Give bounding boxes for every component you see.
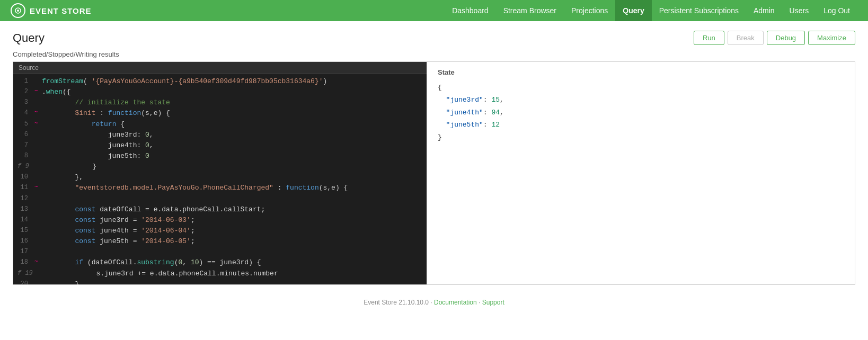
toolbar: Run Break Debug Maximize xyxy=(694,31,855,45)
code-line: 2 ~ .when({ xyxy=(13,87,427,97)
break-button[interactable]: Break xyxy=(728,31,764,45)
code-line: 6 june3rd: 0, xyxy=(13,130,427,140)
main-nav: Dashboard Stream Browser Projections Que… xyxy=(445,0,857,21)
logo-text: EVENT STORE xyxy=(30,6,92,15)
code-line: 16 const june5th = '2014-06-05'; xyxy=(13,236,427,247)
nav-projections[interactable]: Projections xyxy=(564,0,615,21)
header: EVENT STORE Dashboard Stream Browser Pro… xyxy=(0,0,868,21)
code-line: f 9 } xyxy=(13,162,427,172)
code-line: 13 const dateOfCall = e.data.phoneCall.c… xyxy=(13,204,427,215)
code-line: 12 xyxy=(13,194,427,204)
nav-admin[interactable]: Admin xyxy=(746,0,782,21)
code-line: 10 }, xyxy=(13,172,427,183)
logo-icon xyxy=(11,3,25,18)
footer-separator: · xyxy=(479,299,482,306)
page-title: Query xyxy=(13,31,45,45)
footer-doc-link[interactable]: Documentation xyxy=(434,299,477,306)
source-label: Source xyxy=(13,62,427,74)
nav-dashboard[interactable]: Dashboard xyxy=(445,0,496,21)
nav-users[interactable]: Users xyxy=(782,0,817,21)
maximize-button[interactable]: Maximize xyxy=(808,31,855,45)
code-line: 1 fromStream( '{PayAsYouGoAccount}-{a9b5… xyxy=(13,76,427,87)
debug-button[interactable]: Debug xyxy=(767,31,805,45)
code-line: f 19 s.june3rd += e.data.phoneCall.minut… xyxy=(13,269,427,279)
logo: EVENT STORE xyxy=(11,3,92,18)
run-button[interactable]: Run xyxy=(694,31,724,45)
state-json: { "june3rd": 15, "june4th": 94, "june5th… xyxy=(438,82,844,144)
code-line: 4 ~ $init : function(s,e) { xyxy=(13,108,427,119)
code-panel[interactable]: Source 1 fromStream( '{PayAsYouGoAccount… xyxy=(13,62,427,284)
editor-area: Source 1 fromStream( '{PayAsYouGoAccount… xyxy=(13,61,855,285)
nav-stream-browser[interactable]: Stream Browser xyxy=(496,0,564,21)
nav-query[interactable]: Query xyxy=(615,0,651,21)
footer-version: Event Store 21.10.10.0 · xyxy=(364,299,434,306)
code-line: 3 // initialize the state xyxy=(13,97,427,108)
code-line: 20 } xyxy=(13,279,427,284)
status-text: Completed/Stopped/Writing results xyxy=(13,50,855,58)
footer: Event Store 21.10.10.0 · Documentation ·… xyxy=(0,293,868,311)
footer-support-link[interactable]: Support xyxy=(482,299,504,306)
nav-persistent-subscriptions[interactable]: Persistent Subscriptions xyxy=(652,0,746,21)
state-panel: State { "june3rd": 15, "june4th": 94, "j… xyxy=(427,62,855,284)
code-line: 5 ~ return { xyxy=(13,119,427,130)
code-line: 15 const june4th = '2014-06-04'; xyxy=(13,226,427,236)
code-line: 18 ~ if (dateOfCall.substring(0, 10) == … xyxy=(13,257,427,268)
code-line: 7 june4th: 0, xyxy=(13,140,427,151)
code-line: 14 const june3rd = '2014-06-03'; xyxy=(13,215,427,226)
svg-point-1 xyxy=(17,10,19,12)
code-line: 17 xyxy=(13,247,427,257)
main-content: Query Run Break Debug Maximize Completed… xyxy=(0,21,868,285)
code-line: 11 ~ "eventstoredb.model.PayAsYouGo.Phon… xyxy=(13,183,427,193)
code-content: 1 fromStream( '{PayAsYouGoAccount}-{a9b5… xyxy=(13,74,427,284)
page-header: Query Run Break Debug Maximize xyxy=(13,31,855,45)
nav-logout[interactable]: Log Out xyxy=(816,0,857,21)
code-line: 8 june5th: 0 xyxy=(13,151,427,162)
state-label: State xyxy=(438,68,844,76)
